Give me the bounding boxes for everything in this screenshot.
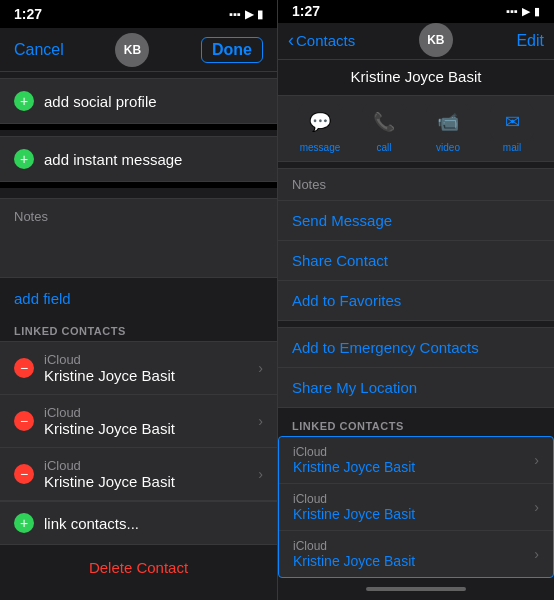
left-nav-bar: Cancel KB Done (0, 28, 277, 72)
plus-icon-link: + (14, 513, 34, 533)
add-social-profile-item[interactable]: + add social profile (0, 78, 277, 124)
message-icon: 💬 (298, 104, 342, 140)
right-nav-bar: ‹ Contacts KB Edit (278, 23, 554, 60)
right-linked-item-1[interactable]: iCloud Kristine Joyce Basit › (279, 437, 553, 484)
right-linked-name-3: Kristine Joyce Basit (293, 553, 415, 569)
linked-source-2: iCloud (44, 405, 258, 420)
call-icon: 📞 (362, 104, 406, 140)
chevron-icon-2: › (258, 413, 263, 429)
video-label: video (436, 142, 460, 153)
chevron-icon-3: › (258, 466, 263, 482)
linked-contact-item-3[interactable]: − iCloud Kristine Joyce Basit › (0, 448, 277, 501)
mail-icon: ✉ (490, 104, 534, 140)
back-chevron-icon: ‹ (288, 30, 294, 51)
linked-source-1: iCloud (44, 352, 258, 367)
send-message-button[interactable]: Send Message (278, 201, 554, 241)
left-home-indicator (0, 591, 277, 600)
right-linked-item-3[interactable]: iCloud Kristine Joyce Basit › (279, 531, 553, 577)
left-status-bar: 1:27 ▪▪▪ ▶ ▮ (0, 0, 277, 28)
video-icon: 📹 (426, 104, 470, 140)
share-contact-button[interactable]: Share Contact (278, 241, 554, 281)
back-label: Contacts (296, 32, 355, 49)
done-button[interactable]: Done (201, 37, 263, 63)
linked-name-3: Kristine Joyce Basit (44, 473, 258, 490)
right-linked-contacts-section: LINKED CONTACTS iCloud Kristine Joyce Ba… (278, 414, 554, 578)
minus-icon-3[interactable]: − (14, 464, 34, 484)
right-home-indicator (278, 578, 554, 601)
right-panel: 1:27 ▪▪▪ ▶ ▮ ‹ Contacts KB Edit Kristine… (277, 0, 554, 600)
right-status-bar: 1:27 ▪▪▪ ▶ ▮ (278, 0, 554, 23)
mail-action-button[interactable]: ✉ mail (490, 104, 534, 153)
linked-name-2: Kristine Joyce Basit (44, 420, 258, 437)
right-time: 1:27 (292, 3, 320, 19)
linked-contacts-header: LINKED CONTACTS (0, 319, 277, 341)
add-social-label: add social profile (44, 93, 157, 110)
right-linked-item-2[interactable]: iCloud Kristine Joyce Basit › (279, 484, 553, 531)
back-button[interactable]: ‹ Contacts (288, 30, 355, 51)
plus-icon: + (14, 91, 34, 111)
right-chevron-3: › (534, 546, 539, 562)
edit-button[interactable]: Edit (516, 32, 544, 50)
action-icons-row: 💬 message 📞 call 📹 video ✉ mail (278, 95, 554, 162)
right-linked-header: LINKED CONTACTS (278, 414, 554, 436)
linked-contact-item-2[interactable]: − iCloud Kristine Joyce Basit › (0, 395, 277, 448)
add-instant-message-item[interactable]: + add instant message (0, 136, 277, 182)
plus-icon-2: + (14, 149, 34, 169)
cancel-button[interactable]: Cancel (14, 41, 64, 59)
right-status-icons: ▪▪▪ ▶ ▮ (506, 5, 540, 18)
linked-source-3: iCloud (44, 458, 258, 473)
right-notes: Notes (278, 169, 554, 201)
left-content: + add social profile + add instant messa… (0, 72, 277, 600)
right-linked-source-3: iCloud (293, 539, 415, 553)
home-bar-right (366, 587, 466, 591)
message-label: message (300, 142, 341, 153)
emergency-contacts-button[interactable]: Add to Emergency Contacts (278, 328, 554, 368)
call-action-button[interactable]: 📞 call (362, 104, 406, 153)
mail-label: mail (503, 142, 521, 153)
contact-full-name: Kristine Joyce Basit (288, 68, 544, 85)
add-favorites-button[interactable]: Add to Favorites (278, 281, 554, 320)
left-time: 1:27 (14, 6, 42, 22)
link-contacts-label: link contacts... (44, 515, 139, 532)
right-notes-actions-section: Notes Send Message Share Contact Add to … (278, 168, 554, 321)
right-linked-list: iCloud Kristine Joyce Basit › iCloud Kri… (278, 436, 554, 578)
left-avatar: KB (115, 33, 149, 67)
right-linked-name-1: Kristine Joyce Basit (293, 459, 415, 475)
video-action-button[interactable]: 📹 video (426, 104, 470, 153)
contact-name-section: Kristine Joyce Basit (278, 60, 554, 95)
notes-section[interactable]: Notes (0, 198, 277, 278)
delete-contact-button[interactable]: Delete Contact (89, 559, 188, 576)
right-linked-source-2: iCloud (293, 492, 415, 506)
share-location-button[interactable]: Share My Location (278, 368, 554, 407)
linked-contact-item-1[interactable]: − iCloud Kristine Joyce Basit › (0, 341, 277, 395)
minus-icon-2[interactable]: − (14, 411, 34, 431)
right-avatar: KB (419, 23, 453, 57)
left-status-icons: ▪▪▪ ▶ ▮ (229, 8, 263, 21)
minus-icon-1[interactable]: − (14, 358, 34, 378)
message-action-button[interactable]: 💬 message (298, 104, 342, 153)
link-contacts-item[interactable]: + link contacts... (0, 501, 277, 545)
add-field-button[interactable]: add field (0, 278, 277, 319)
left-panel: 1:27 ▪▪▪ ▶ ▮ Cancel KB Done + add social… (0, 0, 277, 600)
notes-title: Notes (14, 209, 263, 224)
call-label: call (376, 142, 391, 153)
delete-section: Delete Contact (0, 545, 277, 591)
linked-name-1: Kristine Joyce Basit (44, 367, 258, 384)
chevron-icon-1: › (258, 360, 263, 376)
right-chevron-2: › (534, 499, 539, 515)
right-linked-source-1: iCloud (293, 445, 415, 459)
right-linked-name-2: Kristine Joyce Basit (293, 506, 415, 522)
add-instant-label: add instant message (44, 151, 182, 168)
right-chevron-1: › (534, 452, 539, 468)
linked-contacts-list: − iCloud Kristine Joyce Basit › − iCloud… (0, 341, 277, 501)
right-emergency-location-section: Add to Emergency Contacts Share My Locat… (278, 327, 554, 408)
